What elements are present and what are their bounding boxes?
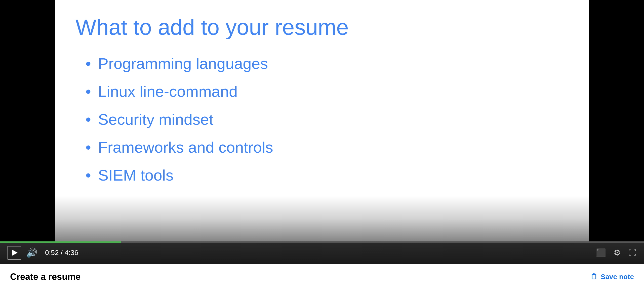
slide-list-item-3: Security mindset [86,110,569,128]
play-button[interactable] [8,246,21,260]
slide-list-item-4: Frameworks and controls [86,138,569,156]
fullscreen-icon[interactable]: ⛶ [628,248,636,258]
save-note-button[interactable]: 🗒 Save note [590,273,634,281]
video-title: Create a resume [10,272,80,282]
slide-title: What to add to your resume [75,15,569,39]
volume-icon[interactable]: 🔊 [26,247,37,258]
play-icon [12,250,18,256]
slide-area: What to add to your resume Programming l… [55,0,589,241]
below-video-bar: Create a resume 🗒 Save note [0,264,644,290]
save-note-label: Save note [601,273,634,281]
slide-list: Programming languages Linux line-command… [86,55,569,194]
slide-list-item-5: SIEM tools [86,166,569,184]
time-display: 0:52 / 4:36 [45,249,78,257]
video-container: What to add to your resume Programming l… [0,0,644,264]
black-side-right [589,0,644,241]
black-side-left [0,0,55,241]
captions-icon[interactable]: ⬛ [596,248,606,258]
progress-bar-container[interactable] [0,241,644,243]
video-main: What to add to your resume Programming l… [0,0,644,241]
progress-bar-fill[interactable] [0,241,121,243]
right-controls: ⬛ ⚙ ⛶ [596,248,636,258]
settings-icon[interactable]: ⚙ [614,248,621,258]
save-note-icon: 🗒 [590,273,598,281]
slide-list-item-2: Linux line-command [86,82,569,100]
slide-list-item-1: Programming languages [86,55,569,72]
controls-bar: 🔊 0:52 / 4:36 ⬛ ⚙ ⛶ [0,241,644,264]
